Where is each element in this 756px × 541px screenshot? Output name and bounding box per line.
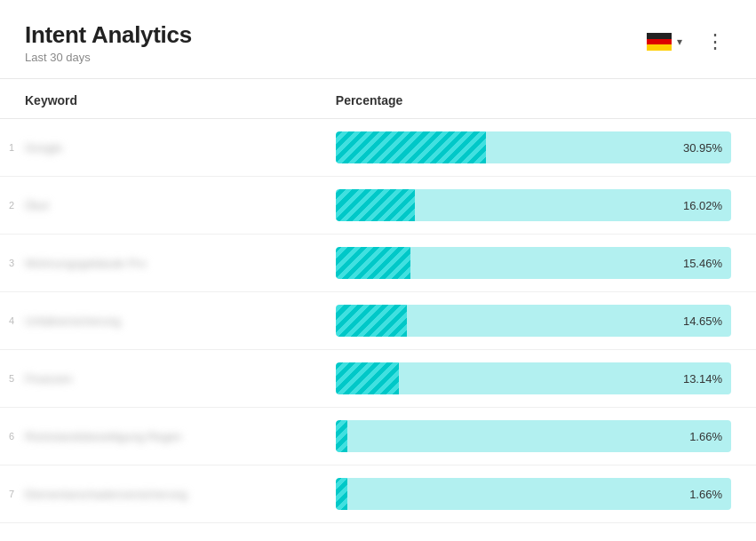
bar-container: 14.65% bbox=[336, 305, 731, 337]
table-row: 2 Ökol 16.02% bbox=[0, 177, 756, 235]
table-row: 5 Finanzen 13.14% bbox=[0, 350, 756, 408]
app-container: Intent Analytics Last 30 days ▾ ⋮ Keywor… bbox=[0, 0, 756, 541]
language-dropdown[interactable]: ▾ bbox=[640, 29, 689, 54]
header-left: Intent Analytics Last 30 days bbox=[25, 21, 192, 64]
bar-label: 1.66% bbox=[689, 430, 722, 443]
bar-fill bbox=[336, 189, 415, 221]
percentage-cell: 16.02% bbox=[336, 189, 731, 221]
keyword-cell: Unfallversicherung bbox=[25, 314, 336, 328]
table-row: 3 Wohnungsgebäude Pro 15.46% bbox=[0, 235, 756, 292]
bar-fill bbox=[336, 305, 407, 337]
table-row: 4 Unfallversicherung 14.65% bbox=[0, 292, 756, 350]
bar-label: 13.14% bbox=[683, 372, 722, 386]
bar-fill bbox=[336, 420, 347, 452]
table-area: Keyword Percentage 1 Google 30.95% 2 Öko… bbox=[0, 79, 756, 541]
percentage-cell: 30.95% bbox=[336, 131, 731, 163]
percentage-cell: 15.46% bbox=[336, 247, 731, 279]
page-subtitle: Last 30 days bbox=[25, 51, 192, 64]
percentage-cell: 1.66% bbox=[336, 420, 731, 452]
row-number: 6 bbox=[9, 431, 14, 442]
bar-container: 30.95% bbox=[336, 131, 731, 163]
bar-container: 15.46% bbox=[336, 247, 731, 279]
keyword-cell: Elementarschadenversicherung bbox=[25, 488, 336, 501]
row-number: 3 bbox=[9, 258, 14, 268]
bar-label: 16.02% bbox=[683, 199, 722, 212]
keyword-cell: Wohnungsgebäude Pro bbox=[25, 257, 336, 270]
percentage-cell: 1.66% bbox=[336, 478, 731, 510]
keyword-cell: Finanzen bbox=[25, 372, 336, 386]
keyword-cell: Ökol bbox=[25, 199, 336, 212]
row-number: 1 bbox=[9, 142, 14, 153]
more-options-button[interactable]: ⋮ bbox=[700, 27, 731, 57]
keyword-cell: Rückstandsbeseitigung Regen bbox=[25, 430, 336, 443]
row-number: 7 bbox=[9, 489, 14, 499]
bar-container: 1.66% bbox=[336, 478, 731, 510]
table-header: Keyword Percentage bbox=[0, 79, 756, 119]
table-row: 1 Google 30.95% bbox=[0, 119, 756, 177]
bar-fill bbox=[336, 247, 411, 279]
bar-label: 30.95% bbox=[683, 141, 722, 155]
table-body[interactable]: 1 Google 30.95% 2 Ökol 16.02% 3 Wohnungs… bbox=[0, 119, 756, 541]
table-row: 6 Rückstandsbeseitigung Regen 1.66% bbox=[0, 408, 756, 465]
table-row: 7 Elementarschadenversicherung 1.66% bbox=[0, 465, 756, 523]
bar-label: 1.66% bbox=[689, 488, 722, 501]
bar-container: 16.02% bbox=[336, 189, 731, 221]
bar-label: 14.65% bbox=[683, 314, 722, 328]
col-header-percentage: Percentage bbox=[336, 93, 731, 107]
col-header-keyword: Keyword bbox=[25, 93, 336, 107]
bar-fill bbox=[336, 362, 399, 394]
percentage-cell: 13.14% bbox=[336, 362, 731, 394]
bar-label: 15.46% bbox=[683, 257, 722, 270]
header-right: ▾ ⋮ bbox=[640, 27, 731, 57]
header: Intent Analytics Last 30 days ▾ ⋮ bbox=[0, 0, 756, 79]
chevron-down-icon: ▾ bbox=[677, 36, 682, 48]
bar-fill bbox=[336, 131, 486, 163]
row-number: 4 bbox=[9, 315, 14, 326]
row-number: 5 bbox=[9, 373, 14, 384]
page-title: Intent Analytics bbox=[25, 21, 192, 49]
percentage-cell: 14.65% bbox=[336, 305, 731, 337]
bar-container: 1.66% bbox=[336, 420, 731, 452]
row-number: 2 bbox=[9, 200, 14, 211]
bar-fill bbox=[336, 478, 347, 510]
germany-flag-icon bbox=[647, 33, 672, 51]
keyword-cell: Google bbox=[25, 141, 336, 155]
bar-container: 13.14% bbox=[336, 362, 731, 394]
